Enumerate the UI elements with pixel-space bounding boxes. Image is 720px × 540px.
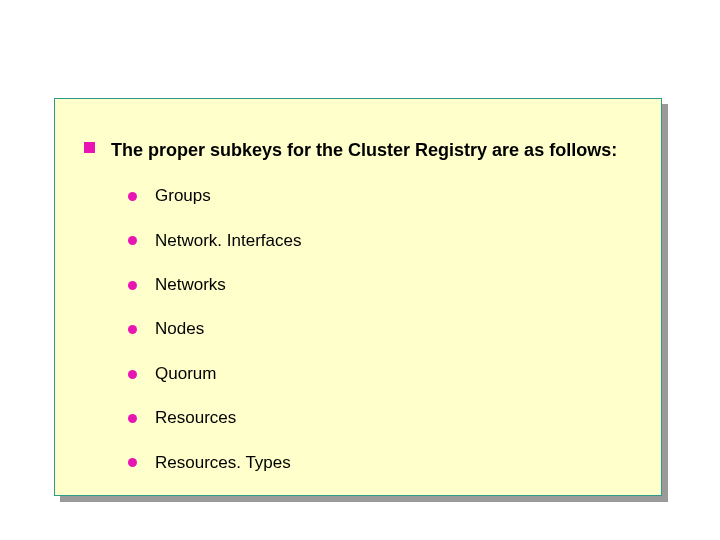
list-item: Networks: [128, 275, 617, 295]
lead-row: The proper subkeys for the Cluster Regis…: [84, 138, 617, 162]
list-item: Quorum: [128, 364, 617, 384]
round-bullet-icon: [128, 192, 137, 201]
round-bullet-icon: [128, 325, 137, 334]
list-item-label: Resources: [155, 408, 236, 428]
round-bullet-icon: [128, 414, 137, 423]
list-item: Resources. Types: [128, 453, 617, 473]
square-bullet-icon: [84, 142, 95, 153]
slide-content: The proper subkeys for the Cluster Regis…: [84, 138, 617, 497]
list-item: Network. Interfaces: [128, 231, 617, 251]
round-bullet-icon: [128, 236, 137, 245]
list-item: Nodes: [128, 319, 617, 339]
list-item: Groups: [128, 186, 617, 206]
round-bullet-icon: [128, 370, 137, 379]
round-bullet-icon: [128, 281, 137, 290]
lead-text: The proper subkeys for the Cluster Regis…: [111, 138, 617, 162]
list-item: Resources: [128, 408, 617, 428]
list-item-label: Network. Interfaces: [155, 231, 301, 251]
list-item-label: Resources. Types: [155, 453, 291, 473]
list-item-label: Nodes: [155, 319, 204, 339]
round-bullet-icon: [128, 458, 137, 467]
list-item-label: Networks: [155, 275, 226, 295]
sub-list: Groups Network. Interfaces Networks Node…: [128, 186, 617, 473]
list-item-label: Groups: [155, 186, 211, 206]
list-item-label: Quorum: [155, 364, 216, 384]
